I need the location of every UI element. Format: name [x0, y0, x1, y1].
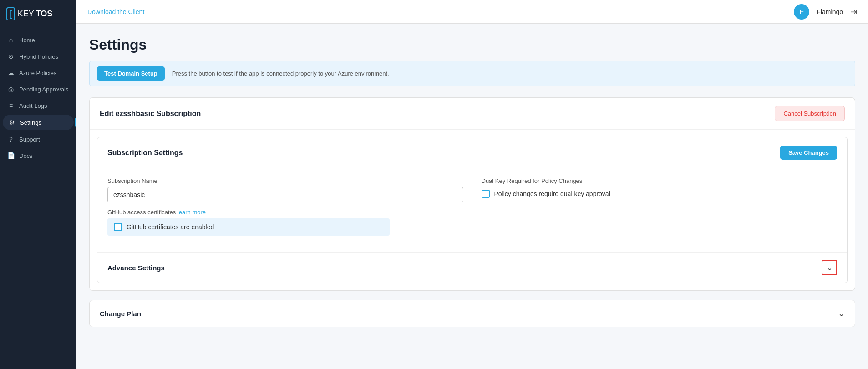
sidebar-item-hybrid-policies-label: Hybrid Policies — [19, 53, 58, 60]
sidebar-nav: ⌂ Home ⊙ Hybrid Policies ☁ Azure Policie… — [0, 28, 76, 369]
sidebar-item-pending-approvals-label: Pending Approvals — [19, 86, 68, 93]
dual-key-label: Dual Key Required for Policy Changes — [482, 177, 838, 184]
page-title: Settings — [89, 36, 855, 53]
main-area: Download the Client F Flamingo ⇥ Setting… — [76, 0, 868, 369]
page-content: Settings Test Domain Setup Press the but… — [76, 24, 868, 369]
sidebar-item-settings-label: Settings — [20, 119, 41, 126]
test-domain-button[interactable]: Test Domain Setup — [97, 66, 165, 81]
logo-key: KEY — [18, 9, 34, 19]
github-learn-more-link[interactable]: learn more — [178, 209, 206, 216]
subscription-name-label: Subscription Name — [107, 177, 463, 184]
hybrid-policies-icon: ⊙ — [7, 53, 15, 60]
user-name: Flamingo — [817, 8, 843, 15]
github-checkbox[interactable] — [114, 223, 122, 231]
settings-icon: ⚙ — [8, 119, 15, 126]
github-checkbox-row: GitHub certificates are enabled — [107, 218, 390, 236]
logo: [KEYTOS — [0, 0, 76, 28]
azure-policies-icon: ☁ — [7, 69, 15, 76]
dual-key-group: Dual Key Required for Policy Changes Pol… — [482, 177, 838, 202]
edit-subscription-card: Edit ezsshbasic Subscription Cancel Subs… — [89, 97, 855, 291]
home-icon: ⌂ — [7, 36, 15, 44]
advance-settings-header: Advance Settings ⌄ — [97, 253, 847, 283]
chevron-down-icon: ⌄ — [827, 263, 832, 272]
subscription-settings-header: Subscription Settings Save Changes — [97, 137, 847, 168]
subscription-settings-body: Subscription Name Dual Key Required for … — [97, 168, 847, 245]
cancel-subscription-button[interactable]: Cancel Subscription — [775, 106, 845, 121]
topbar: Download the Client F Flamingo ⇥ — [76, 0, 868, 24]
subscription-settings-inner: Subscription Settings Save Changes Subsc… — [97, 137, 848, 283]
sidebar-item-audit-logs[interactable]: ≡ Audit Logs — [0, 97, 76, 114]
github-section: GitHub access certificates learn more Gi… — [107, 209, 837, 236]
github-checkbox-label: GitHub certificates are enabled — [127, 223, 214, 231]
avatar: F — [794, 4, 809, 20]
sidebar-item-azure-policies[interactable]: ☁ Azure Policies — [0, 65, 76, 81]
sidebar-item-docs[interactable]: 📄 Docs — [0, 147, 76, 164]
dual-key-checkbox-label: Policy changes require dual key approval — [494, 190, 610, 197]
pending-approvals-icon: ◎ — [7, 86, 15, 93]
sidebar-item-support-label: Support — [19, 136, 40, 143]
advance-settings-title: Advance Settings — [107, 264, 165, 272]
topbar-right: F Flamingo ⇥ — [794, 4, 857, 20]
advance-settings-section: Advance Settings ⌄ — [97, 252, 847, 283]
sidebar-item-audit-logs-label: Audit Logs — [19, 102, 47, 109]
download-client-link[interactable]: Download the Client — [87, 8, 144, 15]
sidebar-item-docs-label: Docs — [19, 152, 33, 159]
sidebar-item-azure-policies-label: Azure Policies — [19, 70, 56, 76]
dual-key-checkbox[interactable] — [482, 190, 490, 198]
change-plan-card: Change Plan ⌄ — [89, 300, 855, 327]
test-banner-text: Press the button to test if the app is c… — [172, 70, 389, 77]
sidebar-item-settings[interactable]: ⚙ Settings — [3, 115, 74, 130]
support-icon: ? — [7, 136, 15, 143]
change-plan-title: Change Plan — [100, 310, 141, 318]
docs-icon: 📄 — [7, 152, 15, 159]
github-label-text: GitHub access certificates — [107, 209, 176, 216]
subscription-name-input[interactable] — [107, 187, 463, 202]
audit-logs-icon: ≡ — [7, 102, 15, 109]
edit-subscription-title: Edit ezsshbasic Subscription — [100, 110, 201, 118]
sidebar-item-hybrid-policies[interactable]: ⊙ Hybrid Policies — [0, 48, 76, 65]
change-plan-chevron-icon[interactable]: ⌄ — [838, 308, 845, 318]
advance-settings-toggle[interactable]: ⌄ — [822, 260, 837, 275]
test-domain-banner: Test Domain Setup Press the button to te… — [89, 61, 855, 86]
dual-key-checkbox-row: Policy changes require dual key approval — [482, 190, 838, 198]
sidebar-item-home[interactable]: ⌂ Home — [0, 32, 76, 48]
form-row: Subscription Name Dual Key Required for … — [107, 177, 837, 202]
github-label-row: GitHub access certificates learn more — [107, 209, 837, 216]
subscription-settings-title: Subscription Settings — [107, 149, 183, 157]
edit-subscription-header: Edit ezsshbasic Subscription Cancel Subs… — [90, 98, 855, 130]
subscription-name-group: Subscription Name — [107, 177, 463, 202]
sidebar: [KEYTOS ⌂ Home ⊙ Hybrid Policies ☁ Azure… — [0, 0, 76, 369]
sidebar-item-support[interactable]: ? Support — [0, 131, 76, 147]
logo-bracket: [ — [6, 7, 15, 20]
sidebar-item-pending-approvals[interactable]: ◎ Pending Approvals — [0, 81, 76, 97]
logo-tos: TOS — [36, 9, 53, 19]
save-changes-button[interactable]: Save Changes — [780, 146, 837, 160]
logout-icon[interactable]: ⇥ — [850, 7, 857, 17]
sidebar-item-home-label: Home — [19, 37, 35, 44]
